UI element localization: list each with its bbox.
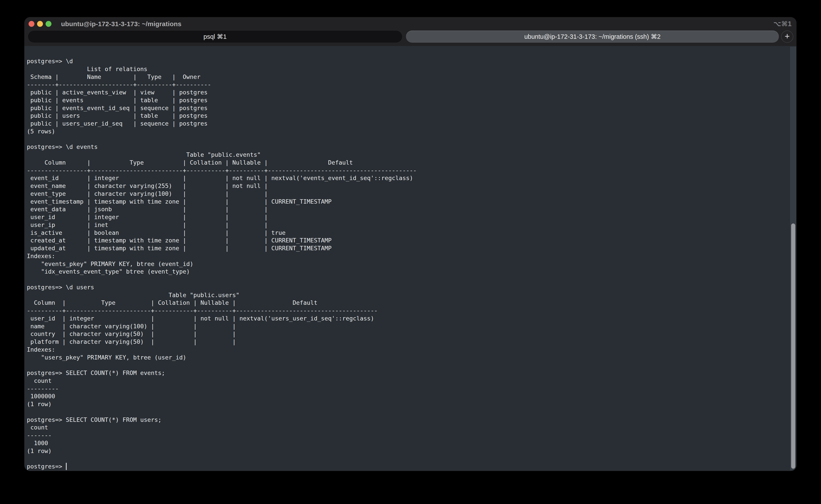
terminal-line: (1 row) — [27, 447, 788, 455]
terminal-line: count — [27, 377, 788, 385]
terminal-line: Table "public.events" — [27, 151, 788, 159]
terminal-line: "events_pkey" PRIMARY KEY, btree (event_… — [27, 260, 788, 268]
scrollbar-thumb[interactable] — [791, 223, 795, 469]
terminal-line: is_active | boolean | | | true — [27, 229, 788, 237]
terminal-line: postgres=> \d events — [27, 143, 788, 151]
terminal-line: "idx_events_event_type" btree (event_typ… — [27, 268, 788, 276]
terminal-line: postgres=> \d users — [27, 283, 788, 291]
terminal-line — [27, 135, 788, 143]
terminal-line — [27, 455, 788, 463]
terminal-line: updated_at | timestamp with time zone | … — [27, 244, 788, 252]
terminal-output: postgres=> \d List of relations Schema |… — [27, 57, 788, 463]
terminal-line: event_id | integer | | not null | nextva… — [27, 174, 788, 182]
tab-psql[interactable]: psql ⌘1 — [28, 31, 402, 43]
terminal-line: public | events | table | postgres — [27, 96, 788, 104]
terminal-line: Table "public.users" — [27, 291, 788, 299]
prompt-text: postgres=> — [27, 463, 66, 470]
terminal-line: event_timestamp | timestamp with time zo… — [27, 198, 788, 206]
terminal-line: user_ip | inet | | | — [27, 221, 788, 229]
terminal-line: postgres=> SELECT COUNT(*) FROM events; — [27, 369, 788, 377]
terminal-line: count — [27, 424, 788, 431]
terminal-line: user_id | integer | | not null | nextval… — [27, 315, 788, 322]
terminal-line: -----------------+----------------------… — [27, 167, 788, 174]
window-header: ubuntu@ip-172-31-3-173: ~/migrations ⌥⌘1… — [24, 17, 796, 46]
minimize-button[interactable] — [37, 21, 43, 27]
terminal-line — [27, 361, 788, 369]
terminal-line: Schema | Name | Type | Owner — [27, 73, 788, 81]
terminal-line: ----------+------------------------+----… — [27, 307, 788, 315]
terminal-line: Indexes: — [27, 346, 788, 354]
terminal-line: 1000000 — [27, 392, 788, 400]
terminal-line: event_type | character varying(100) | | … — [27, 190, 788, 198]
terminal-line: Column | Type | Collation | Nullable | D… — [27, 159, 788, 167]
zoom-button[interactable] — [46, 21, 51, 27]
terminal-line: public | events_event_id_seq | sequence … — [27, 104, 788, 112]
terminal-line: public | active_events_view | view | pos… — [27, 89, 788, 96]
text-cursor — [66, 463, 67, 470]
terminal-line: public | users_user_id_seq | sequence | … — [27, 120, 788, 128]
terminal-line: created_at | timestamp with time zone | … — [27, 237, 788, 244]
window-shortcut-label: ⌥⌘1 — [773, 17, 792, 31]
terminal-line — [27, 408, 788, 416]
title-bar[interactable]: ubuntu@ip-172-31-3-173: ~/migrations ⌥⌘1 — [24, 17, 796, 31]
terminal-line: "users_pkey" PRIMARY KEY, btree (user_id… — [27, 354, 788, 361]
terminal-line: postgres=> \d — [27, 57, 788, 65]
terminal-line — [27, 276, 788, 283]
terminal-line: name | character varying(100) | | | — [27, 322, 788, 330]
terminal-line: List of relations — [27, 65, 788, 73]
terminal-line: 1000 — [27, 439, 788, 447]
terminal-line: ------- — [27, 431, 788, 439]
terminal-line: Column | Type | Collation | Nullable | D… — [27, 299, 788, 307]
new-tab-button[interactable]: + — [781, 31, 793, 43]
terminal-line: --------+---------------------+---------… — [27, 81, 788, 89]
scrollbar-track[interactable] — [790, 47, 796, 470]
terminal-window: ubuntu@ip-172-31-3-173: ~/migrations ⌥⌘1… — [24, 17, 796, 471]
terminal-line: user_id | integer | | | — [27, 213, 788, 221]
window-title: ubuntu@ip-172-31-3-173: ~/migrations — [61, 20, 181, 28]
terminal-content[interactable]: postgres=> \d List of relations Schema |… — [24, 46, 796, 471]
terminal-line: (1 row) — [27, 400, 788, 408]
terminal-line: country | character varying(50) | | | — [27, 330, 788, 338]
close-button[interactable] — [29, 21, 34, 27]
terminal-line: event_name | character varying(255) | | … — [27, 182, 788, 190]
terminal-line: --------- — [27, 385, 788, 393]
terminal-line: platform | character varying(50) | | | — [27, 338, 788, 346]
terminal-line: event_data | jsonb | | | — [27, 205, 788, 213]
traffic-lights — [29, 21, 51, 27]
tab-bar: psql ⌘1 ubuntu@ip-172-31-3-173: ~/migrat… — [24, 31, 796, 46]
terminal-line: postgres=> SELECT COUNT(*) FROM users; — [27, 416, 788, 424]
terminal-line: (5 rows) — [27, 128, 788, 135]
prompt-line: postgres=> — [27, 463, 788, 470]
terminal-line: public | users | table | postgres — [27, 112, 788, 120]
terminal-line: Indexes: — [27, 252, 788, 260]
tab-ssh-migrations[interactable]: ubuntu@ip-172-31-3-173: ~/migrations (ss… — [406, 31, 779, 43]
